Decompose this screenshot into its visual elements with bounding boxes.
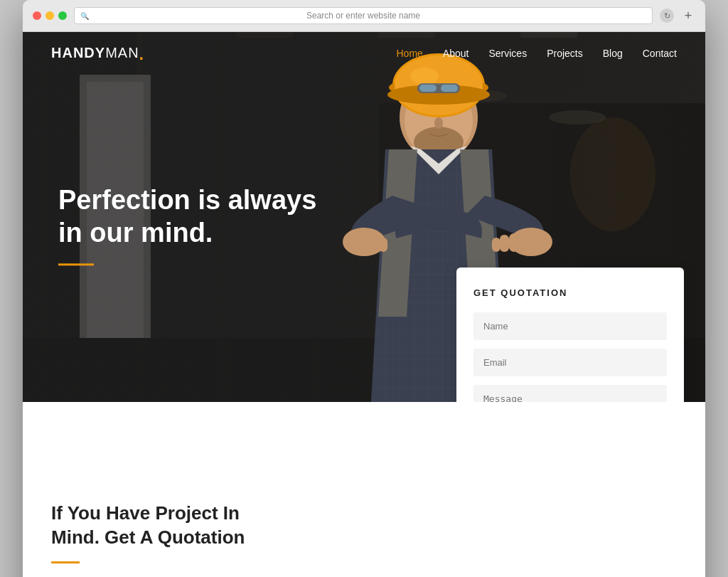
nav-item-services[interactable]: Services — [488, 47, 527, 60]
close-button[interactable] — [33, 11, 41, 20]
svg-rect-36 — [350, 235, 360, 253]
svg-rect-37 — [360, 233, 370, 252]
hero-content: Perfection is always in our mind. — [58, 184, 328, 265]
nav-item-contact[interactable]: Contact — [643, 47, 677, 60]
address-bar[interactable]: Search or enter website name — [74, 7, 653, 24]
svg-rect-43 — [500, 235, 509, 252]
quotation-card: GET QUOTATION — [456, 268, 684, 402]
logo-dot: . — [139, 44, 145, 63]
quotation-title: GET QUOTATION — [473, 287, 667, 298]
nav-link-projects[interactable]: Projects — [547, 48, 583, 59]
browser-window: Search or enter website name ↻ + — [23, 0, 705, 577]
nav-link-blog[interactable]: Blog — [603, 48, 623, 59]
navigation: HANDYMAN. Home About Services Projects B… — [23, 32, 705, 74]
nav-link-services[interactable]: Services — [488, 48, 527, 59]
hero-title: Perfection is always in our mind. — [58, 184, 328, 249]
address-bar-text: Search or enter website name — [306, 11, 420, 21]
nav-item-blog[interactable]: Blog — [603, 47, 623, 60]
nav-link-contact[interactable]: Contact — [643, 48, 677, 59]
svg-rect-34 — [441, 85, 458, 92]
browser-chrome: Search or enter website name ↻ + — [23, 0, 705, 32]
refresh-button[interactable]: ↻ — [660, 9, 674, 23]
nav-item-home[interactable]: Home — [397, 47, 423, 60]
project-divider — [51, 561, 80, 563]
logo: HANDYMAN. — [51, 45, 144, 61]
logo-handy: HANDY — [51, 45, 105, 60]
svg-rect-39 — [379, 238, 387, 252]
email-input[interactable] — [473, 349, 667, 376]
nav-link-about[interactable]: About — [443, 48, 469, 59]
name-input[interactable] — [473, 312, 667, 340]
project-title: If You Have Project In Mind. Get A Quota… — [51, 502, 264, 550]
svg-point-26 — [434, 117, 443, 129]
hero-divider — [58, 264, 94, 266]
nav-item-projects[interactable]: Projects — [547, 47, 583, 60]
nav-item-about[interactable]: About — [443, 47, 469, 60]
logo-man: MAN — [105, 45, 139, 60]
svg-rect-38 — [370, 235, 380, 252]
bottom-section: If You Have Project In Mind. Get A Quota… — [23, 459, 705, 577]
project-text: If You Have Project In Mind. Get A Quota… — [51, 502, 264, 577]
website-content: HANDYMAN. Home About Services Projects B… — [23, 32, 705, 577]
minimize-button[interactable] — [46, 11, 54, 20]
maximize-button[interactable] — [58, 11, 67, 20]
nav-links: Home About Services Projects Blog Contac… — [397, 47, 678, 60]
new-tab-button[interactable]: + — [681, 9, 695, 23]
svg-rect-41 — [520, 235, 531, 253]
svg-rect-44 — [492, 238, 500, 252]
nav-link-home[interactable]: Home — [397, 48, 423, 59]
traffic-lights — [33, 11, 67, 20]
message-input[interactable] — [473, 385, 667, 402]
svg-rect-42 — [509, 233, 519, 252]
svg-rect-33 — [419, 85, 437, 92]
hero-section: HANDYMAN. Home About Services Projects B… — [23, 32, 705, 402]
